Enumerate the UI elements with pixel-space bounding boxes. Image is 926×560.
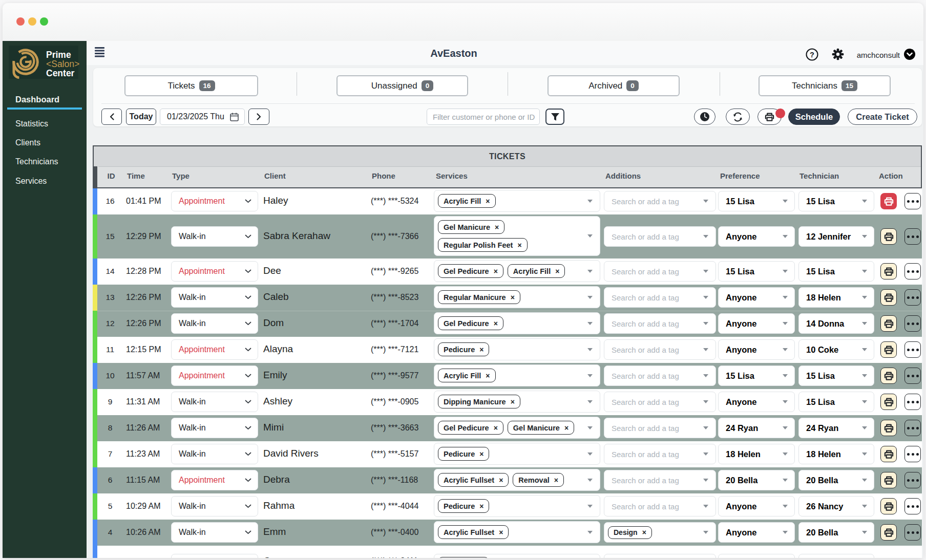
svg-text:?: ? [810, 51, 814, 59]
